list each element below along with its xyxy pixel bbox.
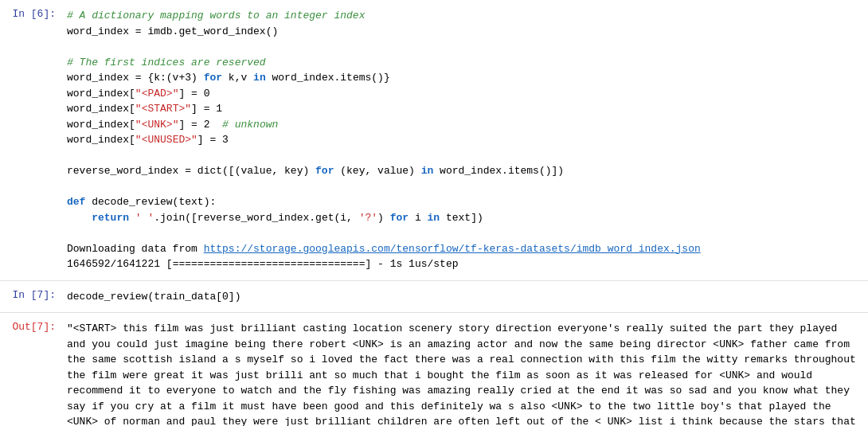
cell-7-input: In [7]: decode_review(train_data[0]) <box>0 281 868 314</box>
cell-7-output: Out[7]: "<START> this film was just bril… <box>0 313 868 426</box>
cell-6: In [6]: # A dictionary mapping words to … <box>0 0 868 281</box>
cell-7-label: In [7]: <box>0 287 64 307</box>
cell-7-output-label: Out[7]: <box>0 319 64 426</box>
cell-6-code[interactable]: # A dictionary mapping words to an integ… <box>64 6 868 274</box>
cell-7-output-text: "<START> this film was just brilliant ca… <box>64 319 868 426</box>
notebook: In [6]: # A dictionary mapping words to … <box>0 0 868 426</box>
cell-6-label: In [6]: <box>0 6 64 274</box>
cell-7-code[interactable]: decode_review(train_data[0]) <box>64 287 868 307</box>
